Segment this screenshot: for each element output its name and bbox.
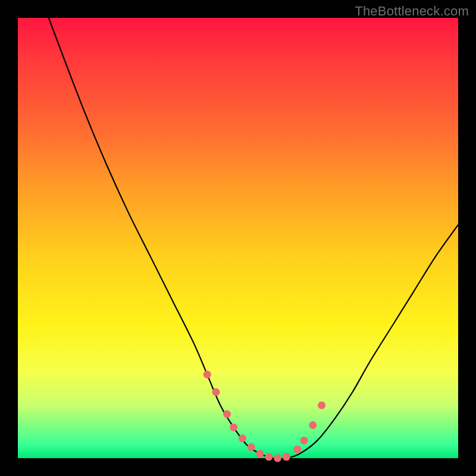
marker-dot [212, 389, 220, 396]
marker-dot [223, 411, 231, 418]
watermark-text: TheBottleneck.com [355, 4, 469, 19]
marker-dot [203, 371, 211, 378]
marker-dot [256, 450, 264, 458]
marker-dot [318, 402, 325, 409]
marker-dot [248, 443, 255, 451]
marker-dot [274, 455, 281, 462]
marker-dot [265, 453, 273, 461]
marker-dot [293, 446, 301, 453]
marker-dot [239, 434, 246, 442]
marker-dot [300, 437, 308, 444]
marker-dot [283, 453, 290, 461]
bottleneck-curve [49, 18, 458, 459]
plot-area [18, 18, 458, 458]
marker-dot [230, 424, 237, 431]
marker-dot [309, 421, 317, 429]
curve-svg [18, 18, 458, 458]
chart-frame: TheBottleneck.com [0, 0, 476, 476]
